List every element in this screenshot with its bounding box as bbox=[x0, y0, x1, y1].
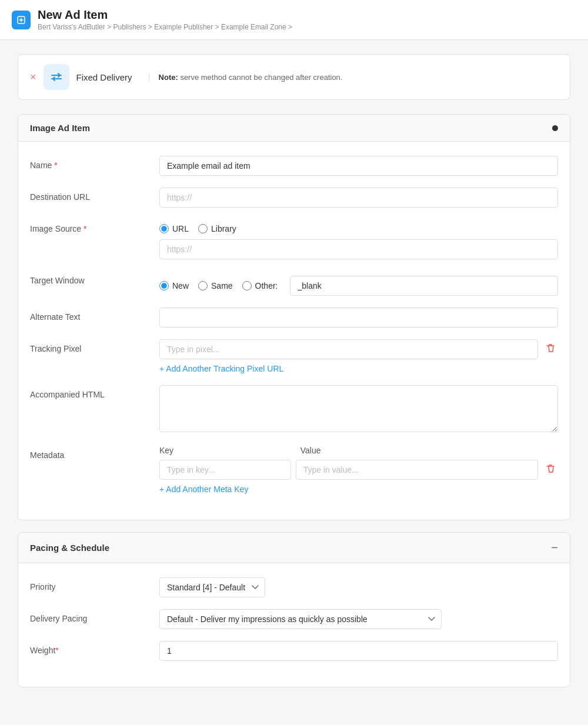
metadata-label: Metadata bbox=[30, 446, 148, 460]
pacing-schedule-section: Pacing & Schedule − Priority Standard [4… bbox=[18, 532, 570, 687]
delivery-pacing-label: Delivery Pacing bbox=[30, 609, 148, 623]
target-window-row: Target Window New Same Other bbox=[30, 271, 558, 296]
destination-url-input[interactable] bbox=[159, 188, 558, 208]
image-source-radio-group: URL Library bbox=[159, 219, 558, 233]
page-header: New Ad Item Bert Variss's AdButler > Pub… bbox=[0, 0, 588, 40]
tracking-pixel-label: Tracking Pixel bbox=[30, 339, 148, 353]
add-meta-key-label: + Add Another Meta Key bbox=[159, 485, 248, 494]
delivery-note-strong: Note: bbox=[159, 73, 178, 82]
accompanied-html-label: Accompanied HTML bbox=[30, 385, 148, 399]
destination-url-label: Destination URL bbox=[30, 188, 148, 202]
page-title: New Ad Item bbox=[38, 8, 292, 22]
metadata-value-header: Value bbox=[300, 446, 558, 455]
delivery-label: Fixed Delivery bbox=[76, 72, 132, 82]
delivery-pacing-select[interactable]: Default - Deliver my impressions as quic… bbox=[159, 609, 442, 629]
priority-row: Priority Standard [4] - Default High [1]… bbox=[30, 577, 558, 597]
pacing-section-header: Pacing & Schedule − bbox=[18, 533, 570, 563]
image-ad-item-section: Image Ad Item Name * Destination URL bbox=[18, 114, 570, 520]
header-text-block: New Ad Item Bert Variss's AdButler > Pub… bbox=[38, 8, 292, 31]
metadata-value-input[interactable] bbox=[296, 460, 538, 480]
target-other-radio[interactable] bbox=[242, 281, 252, 290]
metadata-row: Metadata Key Value bbox=[30, 446, 558, 494]
weight-row: Weight* bbox=[30, 641, 558, 661]
delivery-icon-box bbox=[44, 64, 69, 90]
alternate-text-control bbox=[159, 308, 558, 328]
breadcrumb-part-2: Publishers bbox=[113, 23, 146, 31]
alternate-text-row: Alternate Text bbox=[30, 308, 558, 328]
delete-tracking-pixel-button[interactable] bbox=[543, 340, 558, 359]
name-control bbox=[159, 156, 558, 176]
metadata-column-headers: Key Value bbox=[159, 446, 558, 455]
tracking-pixel-row: Tracking Pixel + Add Another Tracking Pi… bbox=[30, 339, 558, 373]
target-other-option[interactable]: Other: bbox=[242, 281, 278, 290]
target-same-label: Same bbox=[211, 281, 233, 290]
image-source-url-option[interactable]: URL bbox=[159, 224, 189, 233]
section-header-image-ad: Image Ad Item bbox=[18, 115, 570, 142]
priority-label: Priority bbox=[30, 577, 148, 592]
image-source-row: Image Source * URL Library bbox=[30, 219, 558, 259]
target-new-radio[interactable] bbox=[159, 281, 169, 290]
tracking-pixel-input[interactable] bbox=[159, 339, 538, 359]
add-meta-key-button[interactable]: + Add Another Meta Key bbox=[159, 485, 248, 494]
delivery-pacing-row: Delivery Pacing Default - Deliver my imp… bbox=[30, 609, 558, 629]
tracking-pixel-input-row bbox=[159, 339, 558, 359]
delete-metadata-button[interactable] bbox=[543, 461, 558, 479]
breadcrumb-part-4: Example Email Zone bbox=[221, 23, 286, 31]
weight-input[interactable] bbox=[159, 641, 558, 661]
target-window-control: New Same Other: bbox=[159, 271, 558, 296]
alternate-text-input[interactable] bbox=[159, 308, 558, 328]
section-status-dot bbox=[552, 125, 558, 131]
target-other-label: Other: bbox=[255, 281, 278, 290]
priority-select[interactable]: Standard [4] - Default High [1] High [2]… bbox=[159, 577, 265, 597]
priority-control: Standard [4] - Default High [1] High [2]… bbox=[159, 577, 558, 597]
target-new-label: New bbox=[172, 281, 189, 290]
target-window-options: New Same Other: bbox=[159, 271, 558, 296]
accompanied-html-textarea[interactable] bbox=[159, 385, 558, 432]
target-blank-input[interactable] bbox=[290, 276, 559, 296]
pacing-section-collapse-button[interactable]: − bbox=[551, 541, 558, 554]
metadata-control: Key Value + Add Another Meta Key bbox=[159, 446, 558, 494]
metadata-key-header: Key bbox=[159, 446, 291, 455]
accompanied-html-control bbox=[159, 385, 558, 434]
delivery-selector: × Fixed Delivery Note: serve method cann… bbox=[18, 54, 570, 100]
image-source-library-radio[interactable] bbox=[198, 224, 208, 233]
name-label: Name * bbox=[30, 156, 148, 170]
metadata-input-row bbox=[159, 460, 558, 480]
pacing-section-title: Pacing & Schedule bbox=[30, 543, 109, 553]
accompanied-html-row: Accompanied HTML bbox=[30, 385, 558, 434]
pacing-section-body: Priority Standard [4] - Default High [1]… bbox=[18, 563, 570, 687]
destination-url-control bbox=[159, 188, 558, 208]
name-row: Name * bbox=[30, 156, 558, 176]
add-tracking-pixel-label: + Add Another Tracking Pixel URL bbox=[159, 364, 283, 373]
breadcrumb-part-1: Bert Variss's AdButler bbox=[38, 23, 105, 31]
breadcrumb-part-3: Example Publisher bbox=[154, 23, 213, 31]
delivery-close-button[interactable]: × bbox=[30, 72, 36, 82]
name-input[interactable] bbox=[159, 156, 558, 176]
weight-label: Weight* bbox=[30, 641, 148, 655]
delivery-note-text: serve method cannot be changed after cre… bbox=[180, 73, 342, 82]
breadcrumb: Bert Variss's AdButler > Publishers > Ex… bbox=[38, 23, 292, 31]
image-ad-section-title: Image Ad Item bbox=[30, 123, 90, 133]
main-content: × Fixed Delivery Note: serve method cann… bbox=[6, 40, 582, 713]
header-icon bbox=[12, 11, 31, 29]
image-source-label: Image Source * bbox=[30, 219, 148, 233]
add-tracking-pixel-button[interactable]: + Add Another Tracking Pixel URL bbox=[159, 364, 283, 373]
image-ad-section-body: Name * Destination URL Image Source * bbox=[18, 142, 570, 520]
alternate-text-label: Alternate Text bbox=[30, 308, 148, 322]
image-url-input[interactable] bbox=[159, 239, 558, 259]
target-new-option[interactable]: New bbox=[159, 281, 189, 290]
tracking-pixel-control: + Add Another Tracking Pixel URL bbox=[159, 339, 558, 373]
image-source-url-label: URL bbox=[172, 224, 189, 233]
target-window-label: Target Window bbox=[30, 271, 148, 285]
image-source-library-option[interactable]: Library bbox=[198, 224, 236, 233]
image-source-url-radio[interactable] bbox=[159, 224, 169, 233]
target-same-radio[interactable] bbox=[198, 281, 208, 290]
target-same-option[interactable]: Same bbox=[198, 281, 233, 290]
image-source-library-label: Library bbox=[211, 224, 236, 233]
metadata-key-input[interactable] bbox=[159, 460, 291, 480]
destination-url-row: Destination URL bbox=[30, 188, 558, 208]
delivery-note: Note: serve method cannot be changed aft… bbox=[149, 73, 343, 82]
weight-control bbox=[159, 641, 558, 661]
image-source-control: URL Library bbox=[159, 219, 558, 259]
delivery-pacing-control: Default - Deliver my impressions as quic… bbox=[159, 609, 558, 629]
